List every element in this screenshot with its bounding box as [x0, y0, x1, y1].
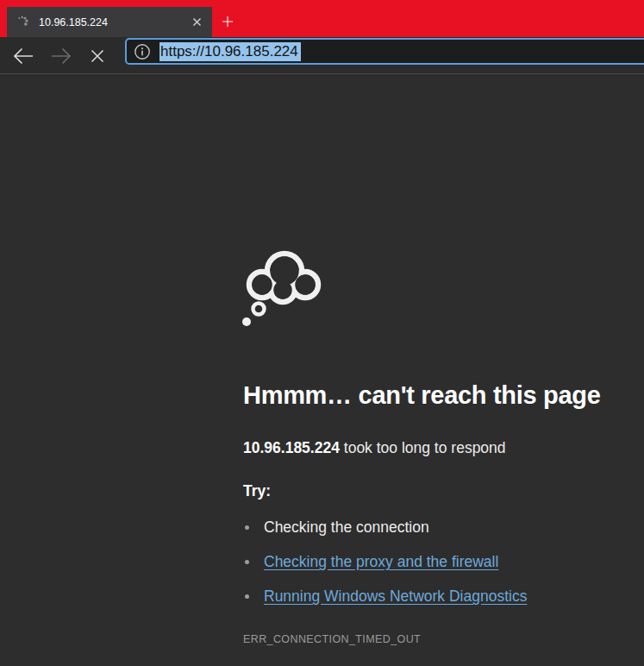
network-diagnostics-link[interactable]: Running Windows Network Diagnostics [264, 587, 527, 606]
suggestion-text: Checking the connection [264, 518, 429, 537]
try-label: Try: [243, 482, 271, 500]
thought-cloud-icon [240, 245, 322, 328]
new-tab-button[interactable] [216, 9, 240, 34]
loading-spinner-icon [16, 16, 29, 28]
bullet-dot [245, 560, 249, 564]
tab-strip: 10.96.185.224 [0, 0, 644, 37]
close-icon [192, 17, 202, 27]
error-message: took too long to respond [340, 439, 506, 456]
arrow-right-icon [50, 47, 72, 66]
error-page: Hmmm… can't reach this page 10.96.185.22… [0, 74, 644, 666]
browser-window: 10.96.185.224 [0, 0, 644, 666]
error-code: ERR_CONNECTION_TIMED_OUT [243, 633, 421, 645]
tab-close-button[interactable] [189, 14, 205, 30]
error-title: Hmmm… can't reach this page [243, 381, 601, 410]
stop-x-icon [90, 48, 105, 64]
info-icon[interactable] [134, 43, 151, 60]
error-host: 10.96.185.224 [243, 439, 340, 456]
tab-title: 10.96.185.224 [39, 16, 189, 28]
back-button[interactable] [11, 46, 35, 66]
bullet-dot [245, 594, 249, 599]
selected-url-text: https://10.96.185.224 [159, 42, 301, 61]
navigation-toolbar: https://10.96.185.224 [0, 37, 644, 74]
address-bar[interactable]: https://10.96.185.224 [125, 38, 644, 65]
plus-icon [221, 11, 234, 32]
suggestion-item: Checking the connection [245, 518, 429, 537]
error-subtitle: 10.96.185.224 took too long to respond [243, 439, 506, 457]
forward-button[interactable] [49, 46, 73, 66]
address-input[interactable]: https://10.96.185.224 [159, 43, 301, 60]
browser-tab[interactable]: 10.96.185.224 [7, 7, 212, 37]
arrow-left-icon [12, 47, 34, 66]
suggestion-item: Running Windows Network Diagnostics [245, 587, 527, 606]
suggestion-item: Checking the proxy and the firewall [245, 553, 498, 571]
stop-button[interactable] [88, 47, 107, 65]
proxy-firewall-link[interactable]: Checking the proxy and the firewall [264, 553, 498, 571]
bullet-dot [245, 525, 249, 530]
